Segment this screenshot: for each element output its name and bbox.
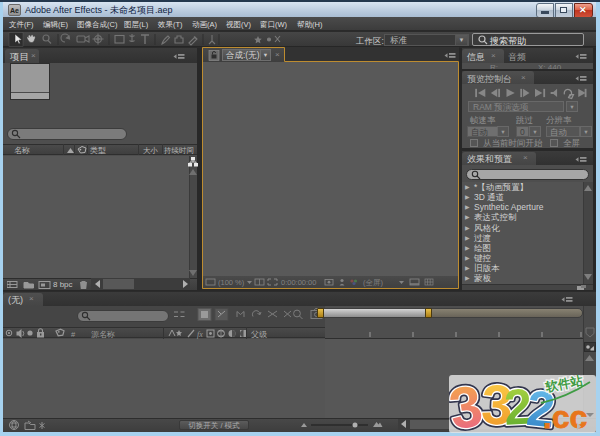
svg-text:0:00:00:00: 0:00:00:00 — [281, 278, 316, 287]
svg-text:.cc: .cc — [543, 399, 587, 433]
svg-text:软件站: 软件站 — [544, 375, 585, 395]
svg-text:#: # — [71, 330, 76, 339]
svg-text:(全屏): (全屏) — [363, 278, 383, 287]
svg-text:(100 %): (100 %) — [218, 278, 245, 287]
svg-text:fx: fx — [197, 330, 203, 339]
